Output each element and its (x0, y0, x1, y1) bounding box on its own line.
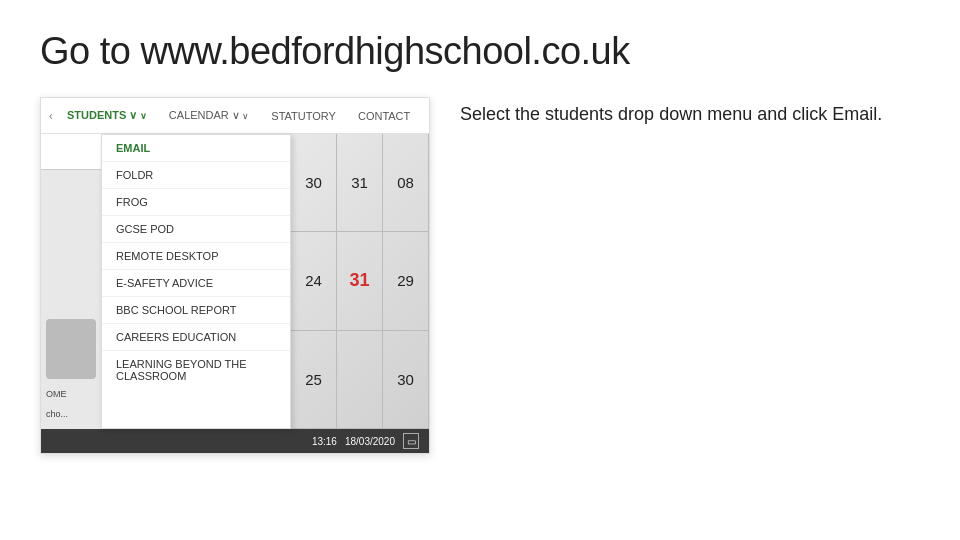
page-container: Go to www.bedfordhighschool.co.uk ‹ STUD… (0, 0, 960, 540)
content-row: ‹ STUDENTS ∨ CALENDAR ∨ STATUTORY CONTAC… (40, 97, 920, 454)
dropdown-item-e-safety[interactable]: E-SAFETY ADVICE (102, 270, 290, 297)
cal-row-3: 25 30 (291, 331, 429, 429)
status-bar: 13:16 18/03/2020 ▭ (41, 429, 429, 453)
status-date: 18/03/2020 (345, 436, 395, 447)
nav-item-students[interactable]: STUDENTS ∨ (59, 105, 155, 126)
cal-cell-31: 31 (337, 232, 383, 329)
calendar-grid: 30 31 08 24 31 29 25 30 (291, 134, 429, 429)
cal-cell: 25 (291, 331, 337, 428)
description-panel: Select the students drop down menu and c… (460, 97, 920, 128)
dropdown-item-remote-desktop[interactable]: REMOTE DESKTOP (102, 243, 290, 270)
cal-cell: 24 (291, 232, 337, 329)
nav-back-chevron[interactable]: ‹ (49, 109, 53, 123)
cal-row-2: 24 31 29 (291, 232, 429, 330)
dropdown-menu: EMAIL FOLDR FROG GCSE POD REMOTE DESKTOP… (101, 134, 291, 429)
home-label: OME (46, 389, 67, 399)
nav-item-statutory[interactable]: STATUTORY (263, 106, 344, 126)
nav-item-contact[interactable]: CONTACT (350, 106, 418, 126)
page-title: Go to www.bedfordhighschool.co.uk (40, 30, 920, 73)
cal-cell: 30 (291, 134, 337, 231)
dropdown-item-bbc[interactable]: BBC SCHOOL REPORT (102, 297, 290, 324)
main-body: OME cho... EMAIL FOLDR FROG GCSE POD REM… (41, 134, 429, 429)
left-strip-content: OME cho... (41, 170, 101, 429)
cal-cell (337, 331, 383, 428)
nav-item-calendar[interactable]: CALENDAR ∨ (161, 105, 257, 126)
dropdown-item-email[interactable]: EMAIL (102, 135, 290, 162)
status-icon: ▭ (403, 433, 419, 449)
dropdown-item-gcse-pod[interactable]: GCSE POD (102, 216, 290, 243)
nav-bar: ‹ STUDENTS ∨ CALENDAR ∨ STATUTORY CONTAC… (41, 98, 429, 134)
screenshot-mockup: ‹ STUDENTS ∨ CALENDAR ∨ STATUTORY CONTAC… (40, 97, 430, 454)
person-image (46, 319, 96, 379)
cho-label: cho... (46, 409, 68, 419)
status-time: 13:16 (312, 436, 337, 447)
cal-cell: 08 (383, 134, 429, 231)
calendar-area: 30 31 08 24 31 29 25 30 (291, 134, 429, 429)
cal-row-1: 30 31 08 (291, 134, 429, 232)
left-strip-top (41, 134, 101, 170)
cal-cell: 30 (383, 331, 429, 428)
description-text: Select the students drop down menu and c… (460, 101, 920, 128)
dropdown-item-learning[interactable]: LEARNING BEYOND THE CLASSROOM (102, 351, 290, 389)
cal-cell: 29 (383, 232, 429, 329)
dropdown-item-frog[interactable]: FROG (102, 189, 290, 216)
left-strip: OME cho... (41, 134, 101, 429)
cal-cell: 31 (337, 134, 383, 231)
dropdown-item-foldr[interactable]: FOLDR (102, 162, 290, 189)
dropdown-item-careers[interactable]: CAREERS EDUCATION (102, 324, 290, 351)
